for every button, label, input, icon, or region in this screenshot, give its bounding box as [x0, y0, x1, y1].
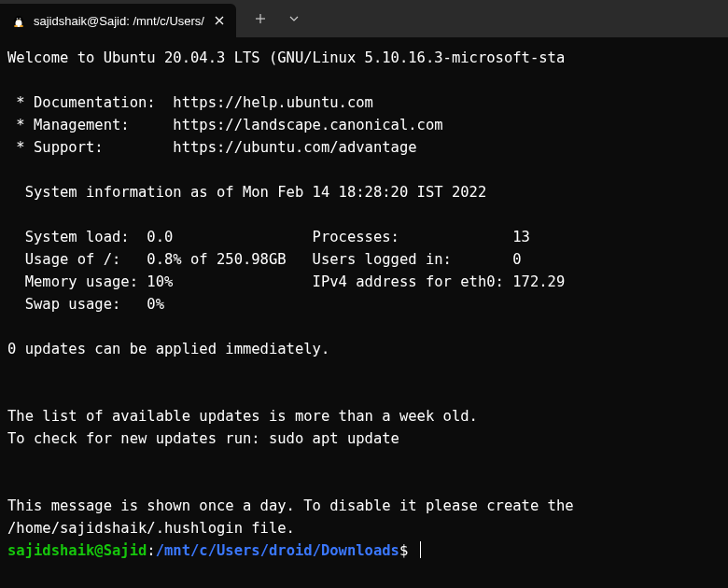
close-icon[interactable] — [212, 13, 227, 28]
terminal-tab[interactable]: sajidshaik@Sajid: /mnt/c/Users/ — [0, 4, 236, 37]
svg-point-4 — [17, 19, 18, 20]
svg-point-5 — [20, 19, 21, 20]
prompt-dollar: $ — [399, 542, 408, 559]
updates-check-line: To check for new updates run: sudo apt u… — [7, 430, 399, 447]
support-url: https://ubuntu.com/advantage — [173, 139, 416, 156]
prompt-user: sajidshaik@Sajid — [7, 542, 147, 559]
cursor — [420, 541, 422, 558]
new-tab-button[interactable] — [244, 2, 277, 35]
support-label: * Support: — [7, 139, 173, 156]
welcome-line: Welcome to Ubuntu 20.04.3 LTS (GNU/Linux… — [7, 49, 565, 66]
mgmt-url: https://landscape.canonical.com — [173, 117, 442, 133]
svg-point-7 — [20, 25, 23, 27]
doc-label: * Documentation: — [7, 94, 173, 111]
mgmt-label: * Management: — [7, 117, 173, 133]
sysinfo-header: System information as of Mon Feb 14 18:2… — [7, 184, 486, 201]
sysinfo-line: Usage of /: 0.8% of 250.98GB Users logge… — [7, 251, 522, 268]
terminal-output[interactable]: Welcome to Ubuntu 20.04.3 LTS (GNU/Linux… — [0, 37, 728, 571]
tux-icon — [11, 13, 26, 28]
hushlogin-line: /home/sajidshaik/.hushlogin file. — [7, 520, 295, 537]
sysinfo-line: Memory usage: 10% IPv4 address for eth0:… — [7, 273, 565, 290]
titlebar: sajidshaik@Sajid: /mnt/c/Users/ — [0, 0, 728, 37]
titlebar-actions — [236, 0, 311, 37]
doc-url: https://help.ubuntu.com — [173, 94, 373, 111]
sysinfo-line: Swap usage: 0% — [7, 296, 164, 313]
daily-message-line: This message is shown once a day. To dis… — [7, 497, 574, 514]
tab-title: sajidshaik@Sajid: /mnt/c/Users/ — [34, 14, 204, 28]
prompt-colon: : — [147, 542, 155, 559]
dropdown-button[interactable] — [277, 2, 311, 35]
updates-line: 0 updates can be applied immediately. — [7, 341, 329, 357]
sysinfo-line: System load: 0.0 Processes: 13 — [7, 229, 530, 245]
svg-point-6 — [14, 25, 18, 27]
updates-old-line: The list of available updates is more th… — [7, 408, 478, 425]
prompt-path: /mnt/c/Users/droid/Downloads — [156, 542, 399, 559]
